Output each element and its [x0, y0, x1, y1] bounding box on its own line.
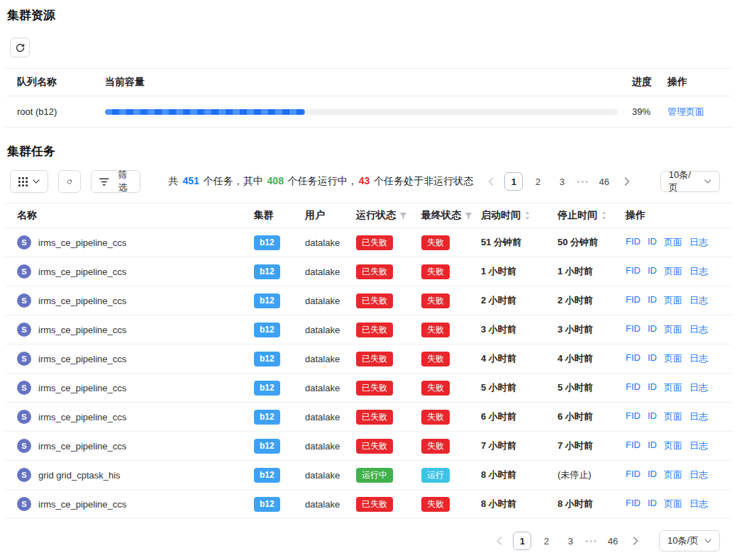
stop-time: (未停止) [558, 469, 626, 481]
column-settings-button[interactable] [10, 170, 48, 193]
row-action-log[interactable]: 日志 [689, 439, 708, 452]
pagination-prev-button[interactable] [492, 532, 507, 550]
sorter-icon[interactable] [524, 211, 531, 220]
start-time: 51 分钟前 [481, 236, 558, 249]
stop-time: 8 小时前 [558, 498, 626, 510]
pagination-page-last[interactable]: 46 [604, 532, 622, 550]
row-action-id[interactable]: ID [648, 469, 657, 481]
row-action-fid[interactable]: FID [626, 410, 641, 423]
row-action-fid[interactable]: FID [626, 381, 641, 394]
tasks-table: 名称 集群 用户 运行状态 最终状态 启动时间 停止时间 [6, 203, 731, 519]
col-header-stop-time[interactable]: 停止时间 [558, 209, 626, 222]
section-title-resources: 集群资源 [7, 7, 731, 24]
manage-page-link[interactable]: 管理页面 [667, 106, 704, 117]
row-action-page[interactable]: 页面 [664, 410, 682, 423]
cluster-badge: b12 [254, 293, 280, 308]
page-size-select[interactable]: 10条/页 [660, 171, 720, 192]
task-name-cell: S irms_ce_pipeline_ccs [6, 381, 254, 395]
filter-funnel-icon[interactable] [465, 212, 472, 220]
row-action-id[interactable]: ID [648, 236, 657, 249]
row-action-fid[interactable]: FID [626, 265, 641, 278]
task-name: irms_ce_pipeline_ccs [38, 325, 126, 335]
row-action-log[interactable]: 日志 [689, 323, 708, 336]
row-action-page[interactable]: 页面 [664, 323, 682, 336]
pagination-page-3[interactable]: 3 [553, 172, 571, 191]
row-action-fid[interactable]: FID [626, 352, 641, 365]
final-status-badge: 失败 [421, 293, 450, 308]
filter-lines-icon [99, 177, 109, 186]
task-name-cell: S grid grid_cptask_his [6, 468, 254, 482]
row-action-fid[interactable]: FID [626, 469, 641, 481]
row-action-fid[interactable]: FID [626, 323, 641, 336]
row-action-id[interactable]: ID [648, 381, 657, 394]
row-action-log[interactable]: 日志 [689, 469, 708, 481]
row-action-page[interactable]: 页面 [664, 352, 682, 365]
row-action-log[interactable]: 日志 [689, 265, 708, 278]
cluster-badge: b12 [254, 439, 280, 454]
row-action-page[interactable]: 页面 [664, 439, 682, 452]
row-action-id[interactable]: ID [648, 352, 657, 365]
task-name-cell: S irms_ce_pipeline_ccs [6, 323, 254, 337]
task-type-avatar: S [17, 323, 31, 337]
pagination-page-last[interactable]: 46 [595, 172, 614, 191]
row-action-id[interactable]: ID [648, 323, 657, 336]
sorter-icon[interactable] [601, 211, 607, 220]
queue-name: root (b12) [6, 106, 105, 117]
run-status-badge: 已失败 [356, 235, 393, 250]
row-action-id[interactable]: ID [648, 294, 657, 307]
row-action-log[interactable]: 日志 [689, 381, 708, 394]
final-status-badge: 失败 [421, 235, 450, 250]
pagination-ellipsis[interactable]: ••• [577, 177, 589, 186]
row-action-fid[interactable]: FID [626, 294, 641, 307]
row-action-page[interactable]: 页面 [664, 498, 682, 510]
col-header-start-time[interactable]: 启动时间 [481, 209, 558, 222]
row-action-fid[interactable]: FID [626, 236, 641, 249]
pagination-page-1[interactable]: 1 [504, 172, 523, 191]
resources-refresh-button[interactable] [10, 38, 30, 57]
pagination-page-3[interactable]: 3 [561, 532, 580, 550]
row-action-log[interactable]: 日志 [689, 498, 708, 510]
final-status-badge: 失败 [421, 381, 450, 396]
pagination-ellipsis[interactable]: ••• [585, 537, 598, 545]
pagination-page-1[interactable]: 1 [513, 532, 531, 550]
pagination-next-button[interactable] [619, 172, 635, 191]
row-action-log[interactable]: 日志 [689, 236, 708, 249]
page-size-select[interactable]: 10条/页 [659, 530, 720, 551]
chevron-left-icon [497, 537, 502, 545]
row-action-page[interactable]: 页面 [664, 381, 682, 394]
row-action-page[interactable]: 页面 [664, 294, 682, 307]
pagination-page-2[interactable]: 2 [528, 172, 547, 191]
row-action-fid[interactable]: FID [626, 498, 641, 510]
col-header-final-status[interactable]: 最终状态 [421, 209, 481, 222]
task-name: irms_ce_pipeline_ccs [38, 499, 126, 510]
row-action-page[interactable]: 页面 [664, 236, 682, 249]
task-name: irms_ce_pipeline_ccs [38, 441, 126, 452]
page: 集群资源 队列名称 当前容量 进度 操作 root (b12) [0, 0, 737, 551]
row-action-id[interactable]: ID [648, 265, 657, 278]
capacity-progress-fill [105, 109, 305, 115]
pagination-prev-button[interactable] [483, 172, 499, 191]
row-action-id[interactable]: ID [648, 439, 657, 452]
task-type-avatar: S [17, 410, 31, 424]
row-actions: FID ID 页面 日志 [626, 381, 731, 394]
row-action-id[interactable]: ID [648, 498, 657, 510]
pagination-page-2[interactable]: 2 [537, 532, 555, 550]
row-action-log[interactable]: 日志 [689, 294, 708, 307]
filter-funnel-icon[interactable] [399, 212, 407, 220]
row-action-log[interactable]: 日志 [689, 352, 708, 365]
stop-time: 3 小时前 [558, 323, 626, 336]
row-actions: FID ID 页面 日志 [626, 410, 731, 423]
start-time: 5 小时前 [481, 381, 558, 394]
run-status-badge: 已失败 [356, 352, 393, 366]
run-status-badge: 已失败 [356, 439, 393, 454]
row-action-page[interactable]: 页面 [664, 469, 682, 481]
row-action-log[interactable]: 日志 [689, 410, 708, 423]
row-action-id[interactable]: ID [648, 410, 657, 423]
tasks-refresh-button[interactable] [58, 170, 81, 193]
col-header-cluster: 集群 [254, 209, 305, 222]
col-header-run-status[interactable]: 运行状态 [356, 209, 421, 222]
row-action-page[interactable]: 页面 [664, 265, 682, 278]
row-action-fid[interactable]: FID [626, 439, 641, 452]
filter-button[interactable]: 筛选 [91, 170, 140, 193]
pagination-next-button[interactable] [628, 532, 643, 550]
